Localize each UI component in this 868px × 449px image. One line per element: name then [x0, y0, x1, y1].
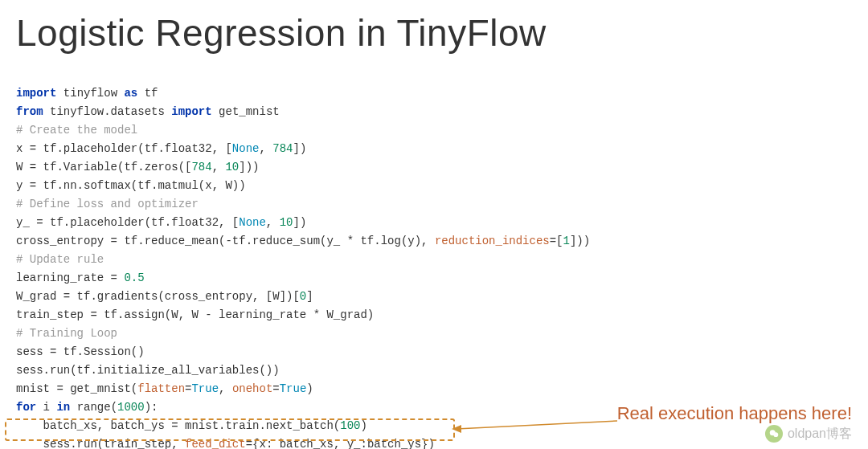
code-line: sess.run(train_step, feed_dict={x: batch… — [16, 438, 435, 449]
code-line: for i in range(1000): — [16, 401, 158, 414]
wechat-icon — [765, 425, 783, 443]
watermark: oldpan博客 — [765, 425, 852, 443]
code-line: W = tf.Variable(tf.zeros([784, 10])) — [16, 161, 260, 173]
code-line: from tinyflow.datasets import get_mnist — [16, 105, 280, 118]
code-line: train_step = tf.assign(W, W - learning_r… — [16, 308, 374, 321]
code-line: y_ = tf.placeholder(tf.float32, [None, 1… — [16, 216, 306, 229]
code-line: learning_rate = 0.5 — [16, 271, 145, 284]
svg-point-3 — [773, 432, 778, 437]
code-line: W_grad = tf.gradients(cross_entropy, [W]… — [16, 290, 313, 303]
code-comment: # Training Loop — [16, 327, 117, 340]
code-line: batch_xs, batch_ys = mnist.train.next_ba… — [16, 419, 367, 432]
code-line: import tinyflow as tf — [16, 87, 158, 100]
code-line: sess.run(tf.initialize_all_variables()) — [16, 364, 280, 377]
code-line: cross_entropy = tf.reduce_mean(-tf.reduc… — [16, 235, 590, 247]
annotation-text: Real execution happens here! — [617, 403, 852, 424]
code-line: y = tf.nn.softmax(tf.matmul(x, W)) — [16, 179, 246, 192]
slide-title: Logistic Regression in TinyFlow — [0, 0, 868, 55]
code-line: x = tf.placeholder(tf.float32, [None, 78… — [16, 142, 306, 155]
code-block: import tinyflow as tf from tinyflow.data… — [0, 55, 868, 449]
code-line: mnist = get_mnist(flatten=True, onehot=T… — [16, 382, 313, 395]
code-comment: # Update rule — [16, 253, 104, 266]
code-comment: # Create the model — [16, 124, 137, 137]
code-comment: # Define loss and optimizer — [16, 198, 199, 210]
code-line: sess = tf.Session() — [16, 345, 145, 358]
